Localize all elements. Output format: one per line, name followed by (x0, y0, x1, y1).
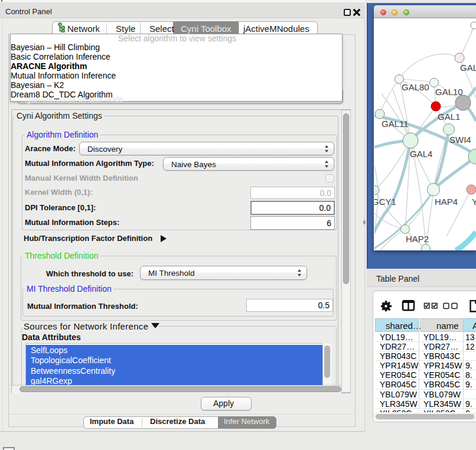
svg-text:GAL80: GAL80 (402, 82, 429, 92)
svg-text:GAL10: GAL10 (435, 87, 463, 97)
svg-text:GAL1: GAL1 (438, 112, 460, 122)
svg-text:SWI4: SWI4 (449, 135, 471, 145)
svg-text:HAP4: HAP4 (435, 197, 458, 207)
svg-text:GCY1: GCY1 (374, 197, 396, 207)
svg-text:GAL4: GAL4 (410, 149, 432, 159)
svg-text:Y: Y (472, 197, 476, 207)
svg-text:GAL7: GAL7 (460, 63, 476, 73)
svg-text:HAP2: HAP2 (406, 234, 429, 244)
svg-text:GAL11: GAL11 (382, 119, 409, 129)
